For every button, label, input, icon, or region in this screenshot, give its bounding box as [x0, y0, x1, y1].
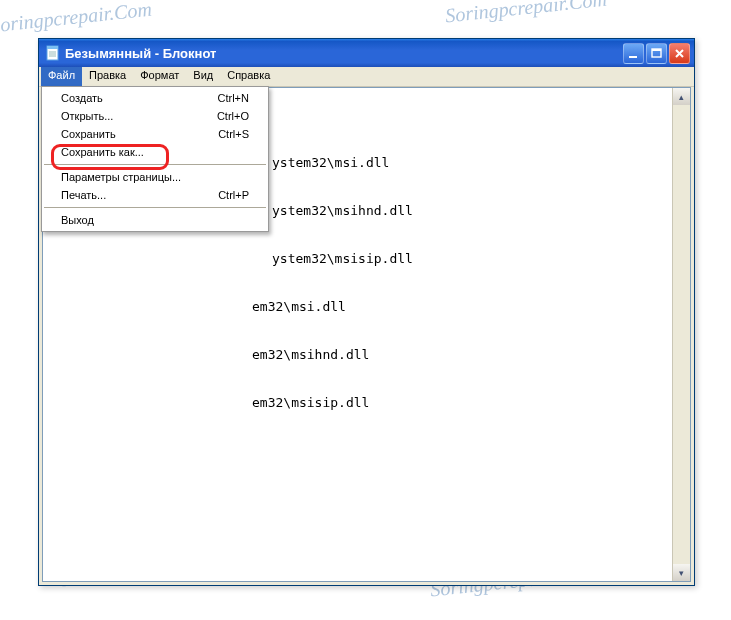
menuitem-save-as[interactable]: Сохранить как...: [43, 143, 267, 161]
menuitem-label: Выход: [61, 214, 94, 226]
text-line: em32\msihnd.dll: [252, 347, 670, 363]
menu-separator: [44, 164, 266, 165]
menu-bar: Файл Правка Формат Вид Справка: [39, 67, 694, 87]
text-line: ystem32\msi.dll: [272, 155, 670, 171]
menuitem-label: Открыть...: [61, 110, 113, 122]
menuitem-label: Сохранить как...: [61, 146, 144, 158]
menu-view[interactable]: Вид: [186, 67, 220, 86]
watermark-text: Soringpcrepair.Com: [444, 0, 608, 27]
svg-rect-1: [47, 46, 58, 49]
menuitem-open[interactable]: Открыть... Ctrl+O: [43, 107, 267, 125]
close-icon: [674, 48, 685, 59]
menu-format[interactable]: Формат: [133, 67, 186, 86]
minimize-icon: [628, 48, 639, 59]
menuitem-label: Печать...: [61, 189, 106, 201]
menuitem-exit[interactable]: Выход: [43, 211, 267, 229]
text-line: ystem32\msihnd.dll: [272, 203, 670, 219]
titlebar[interactable]: Безымянный - Блокнот: [39, 39, 694, 67]
menuitem-label: Сохранить: [61, 128, 116, 140]
menu-file[interactable]: Файл: [41, 67, 82, 86]
menuitem-shortcut: Ctrl+P: [218, 189, 249, 201]
maximize-icon: [651, 48, 662, 59]
vertical-scrollbar[interactable]: ▴ ▾: [672, 88, 690, 581]
menuitem-new[interactable]: Создать Ctrl+N: [43, 89, 267, 107]
minimize-button[interactable]: [623, 43, 644, 64]
menuitem-print[interactable]: Печать... Ctrl+P: [43, 186, 267, 204]
menuitem-shortcut: Ctrl+O: [217, 110, 249, 122]
scroll-down-button[interactable]: ▾: [673, 564, 690, 581]
menu-edit[interactable]: Правка: [82, 67, 133, 86]
menuitem-label: Создать: [61, 92, 103, 104]
menuitem-shortcut: Ctrl+S: [218, 128, 249, 140]
menu-separator: [44, 207, 266, 208]
menuitem-shortcut: Ctrl+N: [218, 92, 249, 104]
menuitem-save[interactable]: Сохранить Ctrl+S: [43, 125, 267, 143]
menuitem-page-setup[interactable]: Параметры страницы...: [43, 168, 267, 186]
text-line: em32\msi.dll: [252, 299, 670, 315]
notepad-icon: [45, 45, 61, 61]
file-dropdown-menu: Создать Ctrl+N Открыть... Ctrl+O Сохрани…: [41, 86, 269, 232]
notepad-window: Безымянный - Блокнот Файл Правка Формат …: [38, 38, 695, 586]
watermark-text: Soringpcrepair.Com: [0, 0, 153, 37]
close-button[interactable]: [669, 43, 690, 64]
text-line: em32\msisip.dll: [252, 395, 670, 411]
chevron-down-icon: ▾: [679, 568, 684, 578]
svg-rect-7: [652, 49, 661, 51]
maximize-button[interactable]: [646, 43, 667, 64]
chevron-up-icon: ▴: [679, 92, 684, 102]
window-title: Безымянный - Блокнот: [65, 46, 216, 61]
scroll-up-button[interactable]: ▴: [673, 88, 690, 105]
menu-help[interactable]: Справка: [220, 67, 277, 86]
text-line: ystem32\msisip.dll: [272, 251, 670, 267]
menuitem-label: Параметры страницы...: [61, 171, 181, 183]
svg-rect-5: [629, 56, 637, 58]
